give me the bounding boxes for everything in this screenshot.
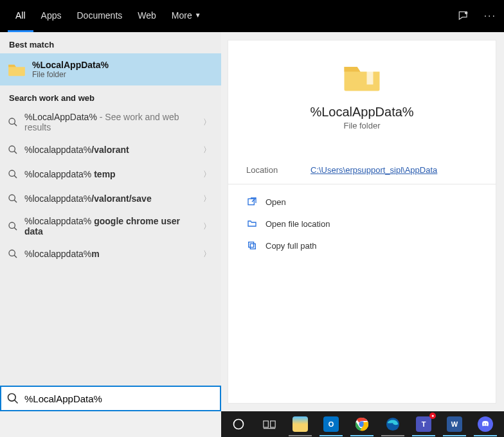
tab-web[interactable]: Web — [130, 0, 164, 32]
section-best-match: Best match — [0, 32, 221, 53]
web-result-row[interactable]: %localappdata%/valorant/save〉 — [0, 186, 221, 211]
web-result-row[interactable]: %localappdata% google chrome user data〉 — [0, 211, 221, 242]
action-open-label: Open — [266, 197, 286, 207]
copy-icon — [246, 240, 258, 251]
web-result-label: %localappdata% temp — [24, 169, 213, 179]
preview-location-row: Location C:\Users\erpsupport_sipl\AppDat… — [228, 154, 496, 184]
chevron-right-icon[interactable]: 〉 — [203, 117, 211, 128]
tab-web-label: Web — [138, 10, 156, 21]
action-copy-path-label: Copy full path — [266, 241, 317, 251]
chevron-right-icon[interactable]: 〉 — [203, 249, 211, 260]
tab-all[interactable]: All — [8, 0, 33, 32]
web-result-row[interactable]: %LocalAppData% - See work and web result… — [0, 107, 221, 138]
chevron-right-icon[interactable]: 〉 — [203, 145, 211, 156]
folder-open-icon — [246, 218, 258, 229]
svg-point-5 — [9, 170, 15, 176]
preview-panel: %LocalAppData% File folder Location C:\U… — [228, 40, 496, 404]
tab-more-label: More — [172, 10, 192, 21]
taskbar-edge[interactable] — [379, 414, 406, 434]
chevron-right-icon[interactable]: 〉 — [203, 221, 211, 232]
action-open[interactable]: Open — [240, 191, 484, 213]
preview-subtitle: File folder — [228, 121, 496, 130]
preview-location-link[interactable]: C:\Users\erpsupport_sipl\AppData — [310, 165, 437, 175]
svg-line-4 — [14, 151, 17, 154]
search-icon — [8, 169, 18, 179]
more-options-icon[interactable]: ··· — [484, 10, 496, 22]
tab-apps[interactable]: Apps — [33, 0, 69, 32]
svg-rect-13 — [367, 69, 374, 85]
svg-point-1 — [9, 118, 15, 124]
taskbar-word[interactable]: W — [441, 414, 468, 434]
search-icon — [8, 221, 18, 231]
web-results-list: %LocalAppData% - See work and web result… — [0, 107, 221, 266]
svg-point-19 — [234, 420, 244, 429]
taskbar-file-explorer[interactable] — [287, 414, 314, 434]
search-icon — [6, 392, 19, 405]
best-match-result[interactable]: %LocalAppData% File folder — [0, 53, 221, 85]
taskbar-cortana[interactable] — [225, 414, 252, 434]
open-icon — [246, 196, 258, 208]
svg-rect-20 — [264, 421, 269, 427]
web-result-label: %localappdata%/valorant/save — [24, 193, 213, 204]
web-result-label: %LocalAppData% - See work and web result… — [24, 112, 213, 132]
preview-location-label: Location — [246, 165, 310, 175]
action-copy-path[interactable]: Copy full path — [240, 235, 484, 256]
svg-line-12 — [14, 255, 17, 258]
action-open-location-label: Open file location — [266, 219, 330, 229]
web-result-label: %localappdata%m — [24, 249, 213, 259]
web-result-row[interactable]: %localappdata%/valorant〉 — [0, 138, 221, 162]
svg-line-18 — [15, 400, 18, 404]
tab-all-label: All — [15, 10, 26, 21]
search-icon — [8, 193, 18, 204]
chevron-right-icon[interactable]: 〉 — [203, 169, 211, 180]
search-icon — [8, 249, 18, 259]
svg-line-8 — [14, 200, 17, 202]
chevron-right-icon[interactable]: 〉 — [203, 193, 211, 204]
action-open-location[interactable]: Open file location — [240, 213, 484, 235]
search-input[interactable] — [24, 393, 215, 404]
svg-rect-15 — [250, 244, 255, 249]
folder-icon — [8, 62, 26, 77]
web-result-row[interactable]: %localappdata%m〉 — [0, 242, 221, 266]
svg-point-11 — [9, 250, 15, 256]
best-match-title: %LocalAppData% — [32, 60, 109, 70]
svg-line-6 — [14, 175, 17, 178]
taskbar-task-view[interactable] — [256, 414, 283, 434]
search-icon — [8, 145, 18, 155]
svg-point-17 — [8, 394, 16, 402]
folder-icon — [343, 58, 381, 94]
best-match-subtitle: File folder — [32, 70, 109, 79]
taskbar-teams[interactable]: T ● — [410, 414, 437, 434]
svg-line-2 — [14, 123, 17, 126]
taskbar-outlook[interactable]: O — [318, 414, 345, 434]
svg-rect-16 — [249, 242, 254, 247]
search-filter-tabs: All Apps Documents Web More▼ ··· — [0, 0, 504, 32]
feedback-icon[interactable] — [457, 10, 470, 22]
tab-apps-label: Apps — [41, 10, 62, 21]
tab-more[interactable]: More▼ — [164, 0, 209, 32]
search-icon — [8, 117, 18, 127]
chevron-down-icon: ▼ — [195, 12, 201, 19]
svg-rect-21 — [271, 421, 276, 427]
svg-rect-14 — [248, 199, 254, 204]
svg-point-7 — [9, 195, 15, 201]
svg-point-9 — [9, 222, 15, 228]
web-result-label: %localappdata% google chrome user data — [24, 216, 213, 236]
tab-documents-label: Documents — [76, 10, 122, 21]
svg-line-10 — [14, 227, 17, 230]
preview-title: %LocalAppData% — [228, 105, 496, 120]
svg-point-3 — [9, 146, 15, 152]
taskbar-chrome[interactable] — [348, 414, 375, 434]
search-box[interactable] — [0, 386, 221, 411]
results-panel: Best match %LocalAppData% File folder Se… — [0, 32, 221, 411]
svg-point-0 — [465, 12, 467, 13]
section-search-web: Search work and web — [0, 85, 221, 107]
web-result-label: %localappdata%/valorant — [24, 145, 213, 155]
taskbar: O T ● W — [221, 411, 504, 437]
web-result-row[interactable]: %localappdata% temp〉 — [0, 162, 221, 186]
taskbar-discord[interactable] — [472, 414, 499, 434]
tab-documents[interactable]: Documents — [69, 0, 130, 32]
